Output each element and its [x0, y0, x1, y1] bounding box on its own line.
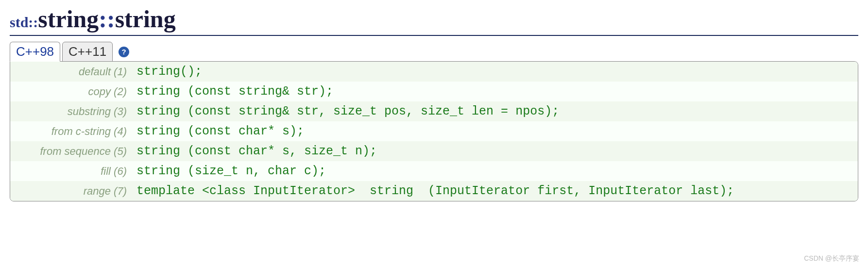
signature-code: template <class InputIterator> string (I… [136, 184, 734, 198]
signature-label-cell: default (1) [10, 62, 132, 82]
signature-panel: default (1)string();copy (2)string (cons… [10, 61, 858, 201]
signature-row: fill (6)string (size_t n, char c); [10, 161, 858, 181]
signature-row: copy (2)string (const string& str); [10, 82, 858, 101]
signature-label-cell: fill (6) [10, 161, 132, 181]
signature-code-cell: string (size_t n, char c); [132, 161, 858, 181]
signature-row: from sequence (5)string (const char* s, … [10, 141, 858, 161]
signature-label: range (7) [84, 185, 127, 197]
signature-row: range (7)template <class InputIterator> … [10, 181, 858, 201]
signature-row: from c-string (4)string (const char* s); [10, 121, 858, 141]
signature-table: default (1)string();copy (2)string (cons… [10, 62, 858, 201]
signature-list: default (1)string();copy (2)string (cons… [10, 62, 858, 201]
signature-label: from c-string (4) [51, 125, 127, 137]
signature-label-cell: copy (2) [10, 82, 132, 101]
scope-separator: :: [99, 5, 115, 33]
signature-code-cell: template <class InputIterator> string (I… [132, 181, 858, 201]
signature-code: string (const char* s, size_t n); [136, 144, 377, 158]
signature-code-cell: string (const char* s); [132, 121, 858, 141]
signature-code: string(); [136, 65, 202, 79]
tab-cpp98[interactable]: C++98 [10, 42, 60, 62]
tab-cpp11[interactable]: C++11 [62, 42, 113, 62]
signature-label: copy (2) [88, 85, 127, 98]
member-name: string [115, 5, 176, 33]
page-header: std::string::string [10, 5, 858, 36]
class-name: string [38, 5, 99, 33]
signature-label: from sequence (5) [40, 145, 127, 157]
signature-label-cell: from c-string (4) [10, 121, 132, 141]
help-icon[interactable]: ? [119, 47, 129, 57]
namespace-scope: std:: [10, 14, 38, 30]
signature-code-cell: string (const string& str, size_t pos, s… [132, 101, 858, 121]
signature-label-cell: range (7) [10, 181, 132, 201]
signature-label: substring (3) [68, 105, 127, 117]
signature-code: string (size_t n, char c); [136, 164, 326, 178]
signature-row: default (1)string(); [10, 62, 858, 82]
signature-code-cell: string(); [132, 62, 858, 82]
signature-code: string (const char* s); [136, 124, 304, 138]
signature-code-cell: string (const string& str); [132, 82, 858, 101]
signature-label-cell: substring (3) [10, 101, 132, 121]
signature-code: string (const string& str); [136, 84, 333, 99]
signature-code-cell: string (const char* s, size_t n); [132, 141, 858, 161]
signature-label-cell: from sequence (5) [10, 141, 132, 161]
version-tabs: C++98 C++11 ? [10, 42, 858, 62]
signature-label: fill (6) [101, 165, 127, 177]
signature-label: default (1) [79, 66, 127, 78]
signature-code: string (const string& str, size_t pos, s… [136, 104, 559, 118]
signature-row: substring (3)string (const string& str, … [10, 101, 858, 121]
